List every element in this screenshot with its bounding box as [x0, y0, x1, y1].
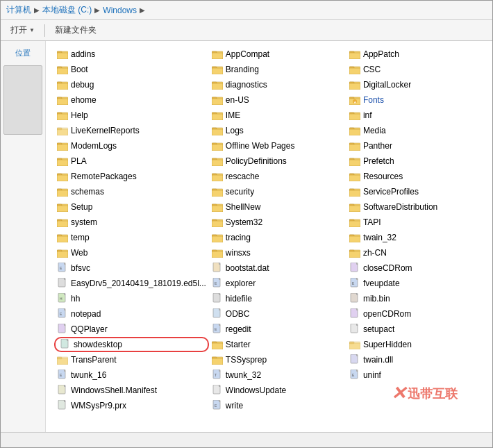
list-item[interactable]: TAPI [346, 215, 484, 230]
list-item[interactable]: tracing [209, 230, 346, 245]
list-item[interactable]: zh-CN [346, 245, 484, 260]
folder-icon [57, 156, 68, 166]
list-item[interactable]: DigitalLocker [346, 77, 484, 92]
list-item[interactable]: en-US [209, 92, 346, 108]
list-item[interactable]: showdesktop [54, 337, 209, 352]
list-item[interactable]: system [54, 215, 209, 230]
list-item[interactable]: twain_32 [346, 230, 484, 245]
list-item[interactable]: schemas [54, 184, 209, 199]
list-item[interactable]: WindowsUpdate [209, 383, 346, 398]
list-item[interactable]: E twunk_16 [54, 367, 209, 383]
list-item[interactable]: PolicyDefinitions [209, 154, 346, 169]
list-item[interactable]: mib.bin [346, 291, 484, 306]
list-item[interactable]: hidefile [209, 291, 346, 306]
svg-rect-41 [57, 251, 68, 258]
list-item[interactable]: addins [54, 47, 209, 62]
list-item[interactable]: debug [54, 77, 209, 92]
list-item[interactable]: H hh [54, 291, 209, 306]
list-item[interactable]: winsxs [209, 245, 346, 260]
breadcrumb-computer[interactable]: 计算机 [6, 4, 31, 16]
open-arrow: ▼ [29, 27, 35, 33]
list-item[interactable]: WMSysPr9.prx [54, 398, 209, 413]
svg-rect-168 [349, 114, 360, 120]
list-item[interactable]: SuperHidden [346, 337, 484, 352]
list-item[interactable]: openCDRom [346, 306, 484, 322]
svg-rect-14 [57, 114, 68, 120]
list-item[interactable]: E explorer [209, 276, 346, 291]
list-item[interactable]: ModemLogs [54, 138, 209, 154]
list-item[interactable]: Offline Web Pages [209, 138, 346, 154]
sidebar-panel [3, 65, 42, 135]
list-item[interactable]: IME [209, 108, 346, 123]
list-item[interactable]: inf [346, 108, 484, 123]
svg-rect-137 [212, 343, 223, 349]
breadcrumb[interactable]: 计算机 ▶ 本地磁盘 (C:) ▶ Windows ▶ [6, 4, 147, 16]
list-item[interactable]: AppPatch [346, 47, 484, 62]
list-item[interactable]: Resources [346, 169, 484, 184]
list-item[interactable]: ODBC [209, 306, 346, 322]
file-icon [57, 400, 68, 411]
breadcrumb-sep-3: ▶ [140, 6, 145, 14]
list-item[interactable]: CSC [346, 62, 484, 77]
list-item[interactable]: E bfsvc [54, 260, 209, 276]
list-item[interactable]: WindowsShell.Manifest [54, 383, 209, 398]
list-item[interactable]: ★ Fonts [346, 92, 484, 108]
open-button[interactable]: 打开 ▼ [6, 23, 39, 38]
list-item[interactable]: E notepad [54, 306, 209, 322]
list-item[interactable]: Boot [54, 62, 209, 77]
folder-icon [57, 49, 68, 59]
list-item[interactable]: E regedit [209, 322, 346, 337]
list-item[interactable]: setupact [346, 322, 484, 337]
list-item[interactable]: ServiceProfiles [346, 184, 484, 199]
list-item[interactable]: twain.dll [346, 352, 484, 367]
list-item[interactable]: closeCDRom [346, 260, 484, 276]
list-item[interactable]: Media [346, 123, 484, 138]
list-item[interactable]: Web [54, 245, 209, 260]
list-item[interactable]: E write [209, 398, 346, 413]
breadcrumb-windows[interactable]: Windows [103, 6, 137, 15]
list-item[interactable]: ehome [54, 92, 209, 108]
list-item[interactable]: AppCompat [209, 47, 346, 62]
list-item[interactable]: ShellNew [209, 199, 346, 215]
item-name: Offline Web Pages [226, 141, 295, 151]
list-item[interactable]: Help [54, 108, 209, 123]
folder-icon [57, 172, 68, 181]
list-item[interactable]: PLA [54, 154, 209, 169]
list-item[interactable]: LiveKernelReports [54, 123, 209, 138]
sidebar-location[interactable]: 位置 [3, 47, 42, 60]
breadcrumb-drive[interactable]: 本地磁盘 (C:) [42, 4, 92, 16]
list-item[interactable]: rescache [209, 169, 346, 184]
list-item[interactable]: Branding [209, 62, 346, 77]
list-item[interactable]: System32 [209, 215, 346, 230]
list-item[interactable]: temp [54, 230, 209, 245]
list-item[interactable]: E fveupdate [346, 276, 484, 291]
folder-icon [349, 49, 360, 59]
list-item[interactable]: E uninf [346, 367, 484, 383]
list-item[interactable]: Starter [209, 337, 346, 352]
list-item[interactable]: RemotePackages [54, 169, 209, 184]
list-item[interactable]: Prefetch [346, 154, 484, 169]
list-item[interactable]: TSSysprep [209, 352, 346, 367]
item-name: setupact [363, 324, 394, 334]
list-item[interactable]: Setup [54, 199, 209, 215]
list-item[interactable]: Panther [346, 138, 484, 154]
item-name: IME [226, 110, 240, 120]
list-item[interactable]: Logs [209, 123, 346, 138]
list-item[interactable]: EasyDrv5_20140419_181019.ed5l... [54, 276, 209, 291]
folder-icon [212, 340, 223, 349]
list-item[interactable]: bootstat.dat [209, 260, 346, 276]
column-2: AppPatch CSC DigitalLocker ★ Fonts inf M… [346, 47, 484, 413]
list-item[interactable]: QQPlayer [54, 322, 209, 337]
svg-rect-214 [349, 343, 360, 349]
new-folder-button[interactable]: 新建文件夹 [51, 23, 101, 38]
list-item[interactable]: T twunk_32 [209, 367, 346, 383]
list-item[interactable]: TransParent [54, 352, 209, 367]
item-name: hidefile [226, 294, 252, 304]
item-name: twunk_32 [226, 370, 261, 380]
file-icon: E [57, 308, 68, 320]
list-item[interactable]: SoftwareDistribution [346, 199, 484, 215]
list-item[interactable]: diagnostics [209, 77, 346, 92]
folder-icon [57, 233, 68, 242]
list-item[interactable]: security [209, 184, 346, 199]
item-name: Branding [226, 65, 259, 74]
